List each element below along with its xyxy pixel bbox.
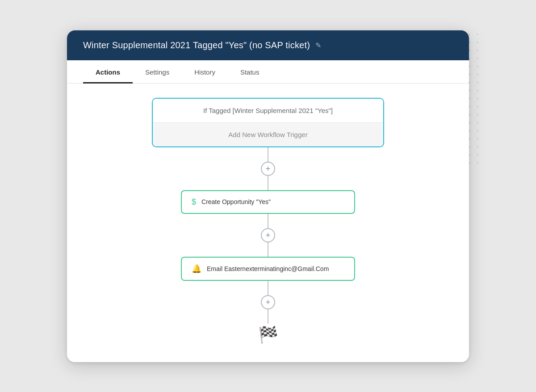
bell-icon: 🔔 — [192, 264, 201, 274]
trigger-box: If Tagged [Winter Supplemental 2021 "Yes… — [152, 98, 384, 147]
connector-1: + — [261, 147, 275, 190]
add-trigger-label: Add New Workflow Trigger — [228, 131, 307, 138]
action-label-1: Create Opportunity "Yes" — [201, 198, 271, 205]
action-card-1[interactable]: $ Create Opportunity "Yes" — [181, 190, 355, 214]
trigger-condition-text: If Tagged [Winter Supplemental 2021 "Yes… — [203, 107, 333, 114]
connector-2: + — [261, 214, 275, 257]
connector-3: + — [261, 281, 275, 324]
add-trigger-row[interactable]: Add New Workflow Trigger — [153, 123, 383, 146]
add-action-btn-2[interactable]: + — [261, 228, 275, 242]
tab-status[interactable]: Status — [228, 60, 272, 83]
connector-line-3b — [268, 309, 268, 324]
connector-line-3 — [268, 281, 268, 295]
trigger-condition[interactable]: If Tagged [Winter Supplemental 2021 "Yes… — [153, 99, 383, 123]
workflow-title: Winter Supplemental 2021 Tagged "Yes" (n… — [83, 40, 310, 50]
tab-actions[interactable]: Actions — [83, 60, 133, 83]
action-card-2[interactable]: 🔔 Email Easternexterminatinginc@Gmail.Co… — [181, 257, 355, 281]
card-header: Winter Supplemental 2021 Tagged "Yes" (n… — [67, 30, 469, 60]
dollar-icon: $ — [192, 197, 196, 207]
add-action-btn-1[interactable]: + — [261, 162, 275, 176]
connector-line-1 — [268, 147, 268, 162]
add-action-btn-3[interactable]: + — [261, 295, 275, 309]
card-body: If Tagged [Winter Supplemental 2021 "Yes… — [67, 83, 469, 362]
connector-line-2 — [268, 214, 268, 228]
finish-flag: 🏁 — [258, 325, 278, 344]
action-label-2: Email Easternexterminatinginc@Gmail.Com — [207, 265, 329, 272]
edit-icon[interactable]: ✎ — [315, 41, 321, 50]
tabs-bar: Actions Settings History Status — [67, 60, 469, 83]
outer-wrapper: Winter Supplemental 2021 Tagged "Yes" (n… — [67, 30, 469, 362]
main-card: Winter Supplemental 2021 Tagged "Yes" (n… — [67, 30, 469, 362]
connector-line-2b — [268, 242, 268, 257]
connector-line-1b — [268, 176, 268, 190]
tab-settings[interactable]: Settings — [133, 60, 182, 83]
tab-history[interactable]: History — [182, 60, 228, 83]
